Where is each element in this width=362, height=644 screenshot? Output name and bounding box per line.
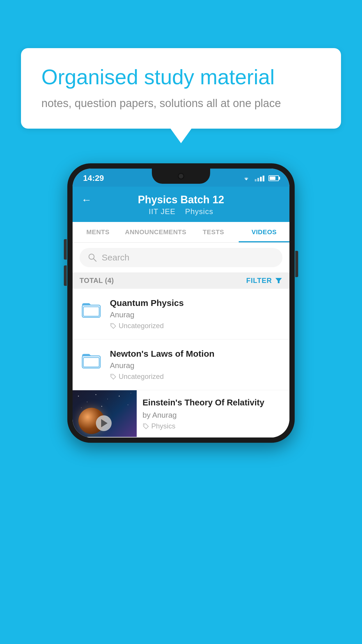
speech-bubble-subtitle: notes, question papers, solutions all at…	[41, 96, 321, 111]
video-thumbnail	[73, 390, 137, 437]
speech-bubble-container: Organised study material notes, question…	[21, 48, 341, 143]
video-author: by Anurag	[143, 411, 284, 420]
app-header: ← Physics Batch 12 IIT JEE Physics	[73, 187, 289, 222]
video-title: Newton's Laws of Motion	[110, 349, 282, 359]
tag-icon	[143, 423, 149, 429]
speech-bubble-title: Organised study material	[41, 66, 321, 89]
video-title: Quantum Physics	[110, 298, 282, 308]
phone-screen: 14:29	[73, 169, 289, 438]
header-title: Physics Batch 12	[138, 194, 224, 206]
power-button	[295, 251, 298, 277]
play-button[interactable]	[96, 415, 112, 431]
tab-tests[interactable]: TESTS	[188, 222, 239, 242]
battery-icon	[268, 175, 279, 181]
search-input-placeholder[interactable]: Search	[102, 253, 129, 262]
svg-point-9	[78, 396, 79, 397]
signal-icon	[255, 175, 264, 181]
video-tag: Uncategorized	[110, 372, 282, 381]
svg-point-8	[112, 375, 113, 376]
list-item[interactable]: Newton's Laws of Motion Anurag Uncategor…	[73, 340, 289, 390]
filter-funnel-icon	[275, 277, 282, 284]
folder-icon-container	[80, 350, 103, 370]
svg-point-16	[81, 407, 82, 408]
folder-icon	[81, 350, 101, 370]
svg-point-17	[101, 406, 102, 407]
video-author: Anurag	[110, 310, 282, 319]
tab-announcements[interactable]: ANNOUNCEMENTS	[123, 222, 188, 242]
svg-point-10	[87, 402, 87, 402]
search-container: Search	[73, 243, 289, 272]
filter-row: TOTAL (4) FILTER	[73, 272, 289, 289]
front-camera	[178, 173, 184, 179]
tab-ments[interactable]: MENTS	[73, 222, 123, 242]
header-row: ← Physics Batch 12	[81, 194, 281, 206]
svg-point-12	[107, 399, 108, 399]
svg-rect-7	[83, 358, 99, 367]
svg-line-1	[94, 259, 96, 261]
search-bar[interactable]: Search	[80, 248, 282, 267]
search-icon	[88, 253, 97, 262]
total-count-label: TOTAL (4)	[80, 276, 114, 285]
play-icon	[101, 419, 108, 427]
speech-bubble: Organised study material notes, question…	[21, 48, 341, 129]
back-button[interactable]: ←	[81, 194, 92, 206]
video-title: Einstein's Theory Of Relativity	[143, 397, 284, 408]
video-author: Anurag	[110, 361, 282, 370]
filter-button[interactable]: FILTER	[246, 276, 282, 285]
svg-point-11	[96, 394, 96, 395]
status-time: 14:29	[83, 174, 104, 183]
tag-icon	[110, 373, 116, 380]
svg-point-13	[119, 396, 120, 397]
wifi-icon	[242, 175, 251, 181]
video-info: Newton's Laws of Motion Anurag Uncategor…	[110, 349, 282, 381]
svg-point-18	[144, 424, 145, 425]
folder-icon	[81, 299, 101, 320]
status-icons	[242, 175, 279, 181]
volume-up-button	[64, 239, 67, 260]
video-tag: Physics	[143, 422, 284, 430]
list-item[interactable]: Einstein's Theory Of Relativity by Anura…	[73, 390, 289, 438]
tabs-container: MENTS ANNOUNCEMENTS TESTS VIDEOS	[73, 222, 289, 243]
video-info: Einstein's Theory Of Relativity by Anura…	[137, 390, 289, 437]
phone-notch	[152, 169, 210, 184]
svg-point-14	[128, 405, 128, 405]
speech-bubble-arrow	[171, 129, 191, 143]
header-subtitle: IIT JEE Physics	[149, 207, 213, 216]
list-item[interactable]: Quantum Physics Anurag Uncategorized	[73, 289, 289, 340]
video-info: Quantum Physics Anurag Uncategorized	[110, 298, 282, 330]
svg-point-5	[112, 324, 113, 325]
phone-outer: 14:29	[67, 163, 295, 443]
tag-icon	[110, 323, 116, 329]
phone-wrapper: 14:29	[67, 163, 295, 443]
video-list: Quantum Physics Anurag Uncategorized	[73, 289, 289, 438]
volume-down-button	[64, 265, 67, 286]
tab-videos[interactable]: VIDEOS	[239, 222, 289, 242]
svg-marker-2	[275, 278, 282, 283]
svg-rect-4	[83, 307, 99, 316]
svg-point-15	[131, 393, 131, 393]
video-tag: Uncategorized	[110, 322, 282, 330]
folder-icon-container	[80, 299, 103, 320]
